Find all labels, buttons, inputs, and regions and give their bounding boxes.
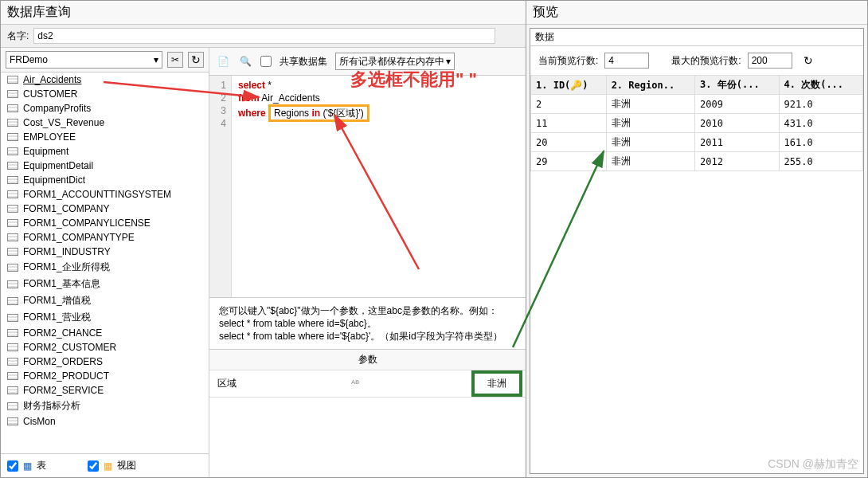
table-item[interactable]: EquipmentDict	[1, 173, 209, 187]
param-highlight: Regions in ('${区域}')	[268, 104, 369, 122]
name-label: 名字:	[7, 29, 29, 43]
table-list[interactable]: Air_AccidentsCUSTOMERCompanyProfitsCost_…	[1, 72, 209, 453]
table-item[interactable]: CompanyProfits	[1, 101, 209, 116]
dataset-name-input[interactable]	[33, 28, 495, 44]
column-header[interactable]: 3. 年份(...	[695, 76, 779, 95]
table-item[interactable]: FORM1_COMPANY	[1, 202, 209, 216]
table-row[interactable]: 20非洲2011161.0	[531, 133, 863, 152]
table-row[interactable]: 11非洲2010431.0	[531, 114, 863, 133]
view-filter-icon: ▦	[104, 460, 112, 472]
table-item[interactable]: Air_Accidents	[1, 72, 209, 87]
memory-mode-select[interactable]: 所有记录都保存在内存中 ▾	[335, 53, 455, 70]
table-item[interactable]: FORM1_ACCOUNTTINGSYSTEM	[1, 187, 209, 202]
tools-icon[interactable]: ✂	[167, 52, 183, 68]
table-filter-label: 表	[37, 459, 46, 472]
param-type-icon: ᴬᴮ	[351, 378, 359, 390]
table-row[interactable]: 2非洲2009921.0	[531, 95, 863, 114]
table-item[interactable]: FORM2_ORDERS	[1, 355, 209, 369]
table-item[interactable]: FORM1_增值税	[1, 292, 209, 309]
table-item[interactable]: FORM1_基本信息	[1, 276, 209, 292]
table-item[interactable]: EquipmentDetail	[1, 159, 209, 173]
max-rows-input[interactable]	[748, 53, 792, 69]
view-checkbox[interactable]	[88, 460, 99, 472]
refresh-icon[interactable]	[188, 52, 204, 68]
view-filter-label: 视图	[117, 459, 136, 472]
table-item[interactable]: FORM1_企业所得税	[1, 259, 209, 276]
param-header: 参数	[209, 350, 526, 370]
refresh-preview-icon[interactable]	[803, 54, 813, 67]
chevron-down-icon: ▾	[154, 54, 158, 65]
current-rows-label: 当前预览行数:	[538, 54, 598, 68]
table-row[interactable]: 29非洲2012255.0	[531, 152, 863, 171]
table-item[interactable]: FORM2_CHANCE	[1, 326, 209, 340]
current-rows-input[interactable]	[604, 53, 649, 69]
preview-icon[interactable]: 🔍	[238, 54, 252, 69]
param-name[interactable]: 区域	[209, 372, 244, 395]
column-header[interactable]: 4. 次数(...	[779, 76, 863, 95]
watermark: CSDN @赫加青空	[768, 457, 858, 472]
sql-icon[interactable]: 📄	[216, 54, 230, 69]
table-item[interactable]: Equipment	[1, 144, 209, 159]
preview-title: 预览	[526, 1, 867, 25]
sql-editor[interactable]: 1234 select * from Air_Accidents where R…	[209, 76, 526, 298]
share-dataset-label: 共享数据集	[280, 55, 327, 69]
db-select[interactable]: FRDemo ▾	[6, 51, 162, 69]
table-item[interactable]: Cost_VS_Revenue	[1, 116, 209, 130]
preview-table[interactable]: 1. ID(🔑)2. Region..3. 年份(...4. 次数(... 2非…	[530, 75, 863, 171]
table-item[interactable]: CisMon	[1, 414, 209, 429]
param-value[interactable]: 非洲	[471, 370, 522, 397]
chevron-down-icon: ▾	[446, 56, 451, 67]
column-header[interactable]: 1. ID(🔑)	[531, 76, 607, 95]
table-item[interactable]: 财务指标分析	[1, 398, 209, 414]
table-item[interactable]: FORM2_SERVICE	[1, 383, 209, 398]
share-dataset-checkbox[interactable]	[260, 56, 272, 67]
hint-text: 您可以键入"${abc}"做为一个参数，这里abc是参数的名称。例如： sele…	[209, 298, 526, 350]
column-header[interactable]: 2. Region..	[606, 76, 694, 95]
data-label: 数据	[530, 29, 863, 46]
table-item[interactable]: FORM2_CUSTOMER	[1, 340, 209, 355]
table-item[interactable]: FORM1_INDUSTRY	[1, 245, 209, 259]
max-rows-label: 最大的预览行数:	[671, 54, 741, 68]
table-item[interactable]: FORM1_营业税	[1, 309, 209, 326]
table-checkbox[interactable]	[7, 460, 18, 472]
table-item[interactable]: FORM2_PRODUCT	[1, 369, 209, 383]
table-item[interactable]: FORM1_COMPANYTYPE	[1, 230, 209, 245]
db-query-title: 数据库查询	[1, 1, 526, 25]
table-item[interactable]: EMPLOYEE	[1, 130, 209, 144]
table-item[interactable]: FORM1_COMPANYLICENSE	[1, 216, 209, 230]
table-item[interactable]: CUSTOMER	[1, 87, 209, 101]
table-filter-icon: ▦	[23, 460, 32, 472]
